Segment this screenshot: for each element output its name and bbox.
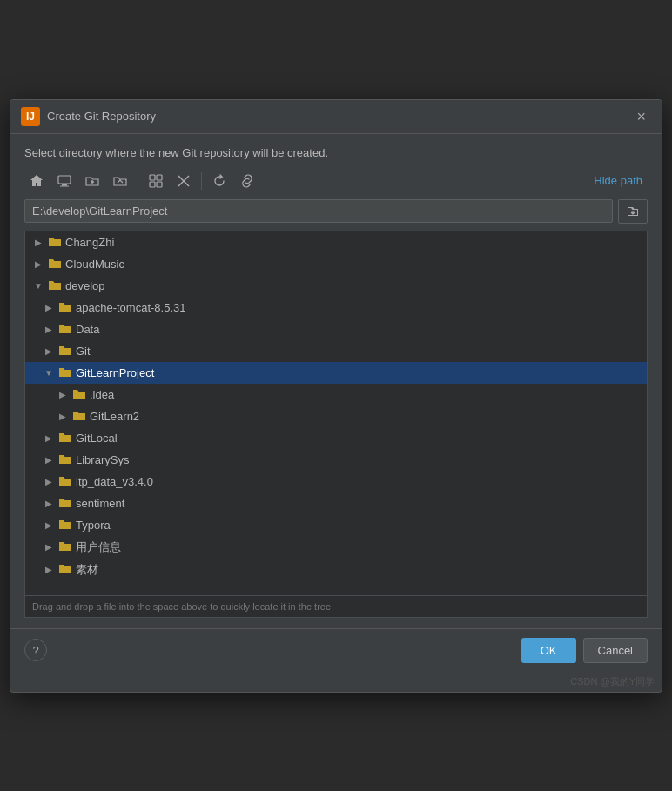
refresh-button[interactable] <box>207 170 232 192</box>
tree-item[interactable]: ▶Typora <box>25 514 647 536</box>
tree-arrow: ▼ <box>32 281 44 291</box>
expand-button[interactable] <box>144 170 168 192</box>
footer: ? OK Cancel <box>10 628 662 672</box>
folder-icon <box>58 562 72 577</box>
tree-arrow: ▶ <box>43 499 55 508</box>
tree-item-label: GitLearn2 <box>90 410 139 423</box>
svg-rect-6 <box>157 182 162 187</box>
tree-arrow: ▶ <box>43 433 55 443</box>
tree-item[interactable]: ▶.idea <box>25 384 647 406</box>
tree-item[interactable]: ▶ltp_data_v3.4.0 <box>25 471 647 493</box>
folder-icon <box>72 387 86 402</box>
subtitle: Select directory where the new Git repos… <box>24 146 648 159</box>
tree-item[interactable]: ▶素材 <box>25 559 647 581</box>
tree-arrow: ▶ <box>43 565 55 574</box>
tree-arrow: ▶ <box>57 390 69 399</box>
tree-item-label: Data <box>76 323 99 336</box>
tree-item[interactable]: ▼GitLearnProject <box>25 362 647 384</box>
delete-button[interactable] <box>171 170 196 192</box>
folder-icon <box>48 235 62 250</box>
folder-icon <box>58 322 72 337</box>
svg-rect-4 <box>157 175 162 180</box>
folder-icon <box>58 300 72 315</box>
home-button[interactable] <box>24 170 49 192</box>
close-button[interactable]: × <box>631 107 651 126</box>
folder-icon <box>58 452 72 467</box>
help-button[interactable]: ? <box>24 639 47 661</box>
path-row <box>24 199 648 224</box>
folder-icon <box>72 409 86 424</box>
tree-item[interactable]: ▶CloudMusic <box>25 253 647 275</box>
tree-item-label: ChangZhi <box>65 236 114 249</box>
dialog-title: Create Git Repository <box>47 110 156 123</box>
title-bar: IJ Create Git Repository × <box>10 100 662 134</box>
title-bar-left: IJ Create Git Repository <box>21 107 156 126</box>
folder-icon <box>58 540 72 554</box>
tree-item-label: 用户信息 <box>76 540 121 555</box>
link-button[interactable] <box>235 170 259 192</box>
svg-rect-1 <box>62 184 67 186</box>
folder-icon <box>58 474 72 489</box>
drag-hint: Drag and drop a file into the space abov… <box>24 596 648 618</box>
tree-arrow: ▶ <box>57 412 69 421</box>
tree-item[interactable]: ▶用户信息 <box>25 536 647 559</box>
tree-arrow: ▶ <box>43 303 55 312</box>
tree-item[interactable]: ▶Data <box>25 318 647 340</box>
footer-buttons: OK Cancel <box>521 638 648 663</box>
dialog-body: Select directory where the new Git repos… <box>10 134 662 628</box>
folder-icon <box>58 344 72 359</box>
path-browse-button[interactable] <box>618 199 648 224</box>
svg-rect-2 <box>60 185 69 186</box>
tree-arrow: ▶ <box>43 520 55 530</box>
tree-item-label: LibrarySys <box>76 453 129 466</box>
tree-item[interactable]: ▼develop <box>25 275 647 297</box>
folder-icon <box>58 365 72 380</box>
tree-arrow: ▶ <box>43 477 55 486</box>
tree-item-label: apache-tomcat-8.5.31 <box>76 301 185 314</box>
tree-arrow: ▶ <box>32 238 44 247</box>
ok-button[interactable]: OK <box>521 638 576 663</box>
toolbar: Hide path <box>24 170 648 192</box>
svg-rect-0 <box>58 176 71 184</box>
tree-arrow: ▶ <box>43 542 55 552</box>
file-tree[interactable]: ▶ChangZhi▶CloudMusic▼develop▶apache-tomc… <box>24 231 648 596</box>
new-folder-open-button[interactable] <box>80 170 104 192</box>
tree-arrow: ▶ <box>32 259 44 269</box>
tree-item-label: GitLocal <box>76 432 118 445</box>
tree-item-label: sentiment <box>76 497 124 510</box>
parent-directory-button[interactable] <box>108 170 132 192</box>
tree-item[interactable]: ▶apache-tomcat-8.5.31 <box>25 297 647 318</box>
tree-item-label: Typora <box>76 519 111 532</box>
create-git-repository-dialog: IJ Create Git Repository × Select direct… <box>10 99 662 693</box>
tree-item-label: GitLearnProject <box>76 366 154 379</box>
tree-arrow: ▶ <box>43 325 55 334</box>
cancel-button[interactable]: Cancel <box>583 638 648 663</box>
watermark: CSDN @我的Y同学 <box>10 672 662 692</box>
hide-path-button[interactable]: Hide path <box>588 171 648 191</box>
svg-rect-3 <box>150 175 155 180</box>
svg-rect-5 <box>150 182 155 187</box>
tree-item[interactable]: ▶Git <box>25 340 647 362</box>
tree-arrow: ▶ <box>43 455 55 465</box>
folder-icon <box>58 431 72 446</box>
folder-icon <box>58 496 72 511</box>
tree-item-label: Git <box>76 345 91 358</box>
tree-item-label: 素材 <box>76 562 98 578</box>
tree-item-label: .idea <box>90 388 114 401</box>
tree-item[interactable]: ▶GitLearn2 <box>25 406 647 427</box>
desktop-button[interactable] <box>52 170 77 192</box>
tree-item[interactable]: ▶sentiment <box>25 493 647 514</box>
tree-arrow: ▼ <box>43 368 55 378</box>
tree-item[interactable]: ▶LibrarySys <box>25 449 647 471</box>
folder-icon <box>48 257 62 271</box>
tree-item[interactable]: ▶ChangZhi <box>25 231 647 253</box>
tree-item[interactable]: ▶GitLocal <box>25 427 647 449</box>
toolbar-separator <box>138 172 138 190</box>
tree-arrow: ▶ <box>43 346 55 356</box>
folder-icon <box>58 518 72 533</box>
toolbar-separator-2 <box>201 172 202 190</box>
app-icon: IJ <box>21 107 40 126</box>
tree-item-label: CloudMusic <box>65 258 124 271</box>
path-input[interactable] <box>24 199 613 223</box>
folder-icon <box>48 278 62 293</box>
